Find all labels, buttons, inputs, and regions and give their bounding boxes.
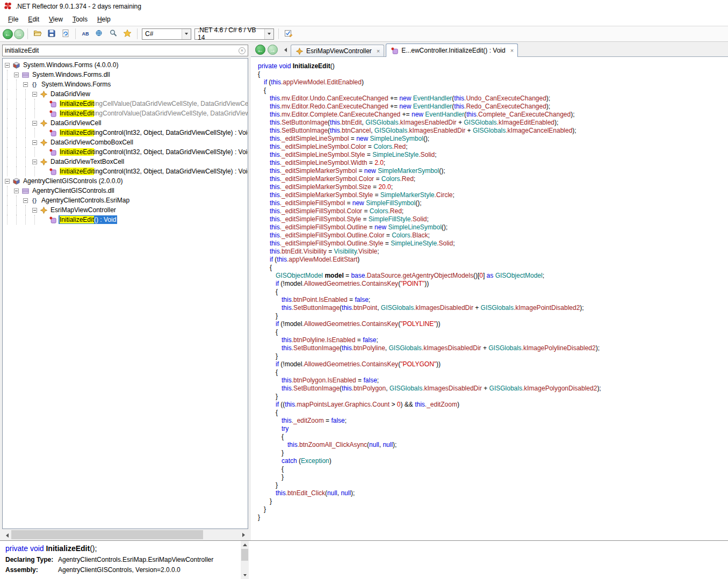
- code-reference[interactable]: .kImagePointDisabled2: [514, 304, 580, 312]
- history-back-button[interactable]: ←: [255, 45, 265, 55]
- code-reference[interactable]: EventHandler: [413, 95, 452, 102]
- code-reference[interactable]: GISGlobals: [388, 344, 421, 352]
- code-reference[interactable]: .Circle: [434, 191, 452, 199]
- favorites-button[interactable]: [121, 27, 134, 40]
- tree-item[interactable]: AgentryClientGISControls (2.0.0.0): [3, 176, 248, 186]
- code-reference[interactable]: Visibility: [334, 248, 357, 255]
- tree-item[interactable]: System.Windows.Forms.dll: [3, 70, 248, 79]
- code-options-button[interactable]: [282, 27, 295, 40]
- vertical-scrollbar[interactable]: [241, 541, 249, 579]
- code-reference[interactable]: .mv.Editor.Undo.CanExecuteChanged: [280, 95, 388, 102]
- code-reference[interactable]: .Red: [392, 143, 406, 150]
- code-reference[interactable]: GISObjectModel: [495, 272, 543, 279]
- code-reference[interactable]: SimpleLineStyle: [372, 151, 419, 158]
- scroll-right-button[interactable]: [239, 530, 248, 539]
- collapse-toggle[interactable]: [32, 140, 37, 145]
- code-reference[interactable]: .btnPoint.IsEnabled: [292, 296, 348, 303]
- code-reference[interactable]: .kImagesDisabledDir: [414, 304, 473, 312]
- code-reference[interactable]: .AllowedGeometries.ContainsKey: [302, 280, 398, 287]
- history-forward-button[interactable]: →: [268, 45, 278, 55]
- tab[interactable]: EsriMapViewController×: [291, 45, 384, 57]
- code-reference[interactable]: GISObjectModel: [276, 272, 323, 279]
- collapse-toggle[interactable]: [5, 63, 10, 68]
- tree-item[interactable]: InitializeEditingCellValue(DataGridViewC…: [3, 99, 248, 108]
- code-reference[interactable]: ._editSimpleMarkerSymbol.Size: [280, 183, 371, 191]
- code-reference[interactable]: GISGlobals: [381, 304, 414, 312]
- code-reference[interactable]: .btnPolygon.IsEnabled: [292, 377, 356, 384]
- scrollbar-thumb[interactable]: [241, 549, 248, 561]
- code-reference[interactable]: ._editSimpleFillSymbol.Outline.Color: [280, 231, 385, 239]
- close-tab-icon[interactable]: ×: [377, 48, 380, 54]
- code-reference[interactable]: .Undo_CanExecuteChanged: [464, 95, 546, 102]
- code-reference[interactable]: .kImagePolylineDisabled2: [522, 344, 596, 352]
- code-reference[interactable]: ._editSimpleLineSymbol: [280, 135, 349, 142]
- tree-item[interactable]: DataGridViewComboBoxCell: [3, 137, 248, 147]
- code-reference[interactable]: Exception: [301, 457, 329, 465]
- tree-item[interactable]: InitializeEditingControl(Int32, Object, …: [3, 167, 248, 176]
- menu-item-edit[interactable]: Edit: [23, 14, 44, 25]
- code-reference[interactable]: ._editSimpleMarkerSymbol.Color: [280, 175, 374, 183]
- code-reference[interactable]: .DataSource.getAgentryObjectModels: [365, 272, 473, 279]
- code-reference[interactable]: .Red: [388, 207, 401, 215]
- open-assembly-button[interactable]: [31, 27, 44, 40]
- code-reference[interactable]: .AllowedGeometries.ContainsKey: [302, 320, 398, 328]
- code-reference[interactable]: ._editSimpleFillSymbol.Outline.Style: [280, 240, 384, 247]
- collapse-toggle[interactable]: [23, 82, 28, 87]
- code-reference[interactable]: GISGlobals: [481, 304, 514, 312]
- chevron-down-icon[interactable]: [264, 29, 273, 39]
- tree-item[interactable]: DataGridViewCell: [3, 118, 248, 128]
- code-reference[interactable]: ._editSimpleFillSymbol.Color: [280, 207, 362, 215]
- code-reference[interactable]: ._editSimpleLineSymbol.Style: [280, 151, 365, 158]
- collapse-toggle[interactable]: [14, 189, 19, 193]
- font-options-button[interactable]: AB: [79, 27, 92, 40]
- code-reference[interactable]: GISGlobals: [365, 119, 398, 126]
- tab-scroll-left-icon[interactable]: [284, 48, 287, 52]
- code-reference[interactable]: .Complete_CanExecuteChanged: [477, 111, 571, 118]
- scroll-left-button[interactable]: [2, 530, 11, 539]
- code-reference[interactable]: .kImagesEnabledDir: [399, 119, 457, 126]
- collapse-toggle[interactable]: [14, 73, 19, 77]
- collapse-toggle[interactable]: [23, 198, 28, 203]
- code-reference[interactable]: .Visible: [357, 248, 377, 255]
- language-select[interactable]: C#: [142, 28, 191, 40]
- code-reference[interactable]: Colors: [381, 175, 400, 183]
- code-reference[interactable]: ._editSimpleFillSymbol: [280, 199, 345, 207]
- collapse-toggle[interactable]: [32, 160, 37, 164]
- code-reference[interactable]: GISGlobals: [489, 385, 522, 392]
- collapse-toggle[interactable]: [32, 92, 37, 97]
- code-reference[interactable]: .btnPolyline: [352, 344, 385, 352]
- tree-item[interactable]: InitializeEditingControlValue(DataGridVi…: [3, 108, 248, 118]
- code-reference[interactable]: .btnCancel: [340, 127, 371, 134]
- chevron-down-icon[interactable]: [182, 29, 191, 39]
- code-reference[interactable]: .btnEdit.Visibility: [280, 248, 327, 255]
- code-reference[interactable]: ._editSimpleMarkerSymbol: [280, 167, 357, 175]
- code-reference[interactable]: .kImagesDisabledDir: [422, 344, 481, 352]
- code-reference[interactable]: .Solid: [419, 151, 435, 158]
- code-reference[interactable]: .kImageEditEnabled: [497, 119, 554, 126]
- code-reference[interactable]: .AllowedGeometries.ContainsKey: [302, 360, 398, 368]
- tab[interactable]: E...ewController.InitializeEdit() : Void…: [386, 44, 518, 57]
- code-reference[interactable]: ._editZoom: [425, 401, 457, 408]
- code-reference[interactable]: SimpleFillStyle: [369, 215, 411, 223]
- code-reference[interactable]: .Black: [410, 231, 428, 239]
- code-reference[interactable]: .btnPolygon: [352, 385, 386, 392]
- code-reference[interactable]: .Redo_CanExecuteChanged: [464, 103, 546, 110]
- tree-item[interactable]: {}AgentryClientControls.EsriMap: [3, 196, 248, 205]
- search-button[interactable]: [107, 27, 120, 40]
- code-reference[interactable]: ._editSimpleLineSymbol.Color: [280, 143, 366, 150]
- menu-item-help[interactable]: Help: [92, 14, 116, 25]
- tree-item[interactable]: {}System.Windows.Forms: [3, 79, 248, 89]
- code-reference[interactable]: SimpleMarkerSymbol: [378, 167, 439, 175]
- tree-item[interactable]: System.Windows.Forms (4.0.0.0): [3, 60, 248, 70]
- code-reference[interactable]: .btnPoint: [352, 304, 377, 312]
- code-reference[interactable]: .btnZoomAll_ClickAsync: [298, 441, 367, 448]
- code-reference[interactable]: GISGlobals: [473, 127, 506, 134]
- code-reference[interactable]: ._editSimpleFillSymbol.Style: [280, 215, 361, 223]
- collapse-toggle[interactable]: [5, 179, 10, 184]
- code-reference[interactable]: SimpleLineStyle: [391, 240, 437, 247]
- code-reference[interactable]: .Solid: [437, 240, 453, 247]
- scroll-up-button[interactable]: [241, 541, 249, 549]
- code-reference[interactable]: GISGlobals: [488, 344, 521, 352]
- collapse-toggle[interactable]: [32, 121, 37, 126]
- code-reference[interactable]: ._editSimpleMarkerSymbol.Style: [280, 191, 373, 199]
